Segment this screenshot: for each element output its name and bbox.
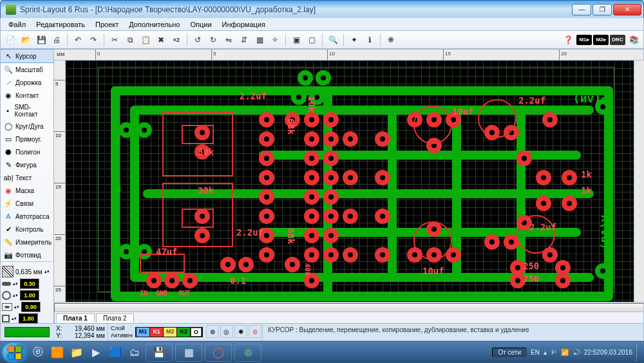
minimize-button[interactable]: — — [572, 4, 591, 15]
tool-photo[interactable]: 📷Фотовид — [1, 248, 53, 261]
close-button[interactable]: ✕ — [613, 4, 641, 15]
group-button[interactable]: ▣ — [289, 33, 303, 47]
tool-wires[interactable]: ⚡Связи — [1, 197, 53, 210]
snap-button[interactable]: ✧ — [268, 33, 282, 47]
tool-smd[interactable]: ▪SMD-Контакт — [1, 102, 53, 120]
tool-poly[interactable]: ⬣Полигон — [1, 145, 53, 158]
tray-clock[interactable]: 22:52 09.03.2016 — [584, 349, 632, 356]
tray-network-icon[interactable]: 📶 — [561, 349, 569, 356]
taskbar-wmp-icon[interactable]: ▶ — [88, 344, 104, 361]
smd-size-value[interactable]: 1.80 — [19, 313, 38, 324]
tool-cursor[interactable]: ↖Курсор — [1, 49, 53, 63]
rotate-cw-button[interactable]: ↻ — [206, 33, 220, 47]
show-desktop-button[interactable] — [636, 344, 641, 362]
tray-net-label[interactable]: От сети — [498, 349, 521, 356]
taskbar-running-save[interactable]: 💾 — [146, 344, 173, 362]
val-arrows[interactable]: ▴▾ — [12, 317, 17, 321]
pad-outer-value[interactable]: 1.00 — [20, 290, 39, 301]
align-button[interactable]: ▦ — [252, 33, 267, 47]
layer-m1[interactable]: M1 — [137, 328, 150, 337]
taskbar-folder-icon[interactable]: 📁 — [68, 344, 85, 361]
val-arrows[interactable]: ▴▾ — [14, 305, 19, 309]
tool-track[interactable]: ⟋Дорожка — [1, 76, 53, 89]
macro-button[interactable]: ❋ — [384, 33, 398, 47]
duplicate-button[interactable]: ×2 — [169, 33, 184, 47]
maximize-button[interactable]: ❐ — [592, 4, 612, 15]
open-button[interactable]: 📂 — [19, 33, 33, 47]
menu-file[interactable]: Файл — [3, 19, 31, 30]
mirror-v-button[interactable]: ⇵ — [237, 33, 251, 47]
taskbar-running-sprint[interactable]: ⊚ — [234, 344, 261, 362]
pcb-canvas[interactable]: (иv)⌐ R(Vu) G я J 2.2uf 2.2uf 2.2uf 2.2u… — [66, 60, 634, 302]
menu-extra[interactable]: Дополнительно — [124, 19, 185, 30]
tool-drc[interactable]: ✔Контроль — [1, 223, 53, 236]
taskbar-running-opera[interactable]: ◯ — [205, 344, 232, 362]
status-btn-cross[interactable]: ⊕ — [206, 325, 219, 338]
track-width-value[interactable]: 0.30 — [20, 279, 39, 289]
layer-o[interactable]: О — [191, 328, 202, 337]
tab-board-2[interactable]: Плата 2 — [96, 313, 134, 322]
undo-button[interactable]: ↶ — [71, 33, 85, 47]
print-button[interactable]: 🖨 — [50, 33, 64, 47]
tool-pad[interactable]: ◉Контакт — [1, 89, 53, 102]
tray-lang[interactable]: EN — [531, 349, 540, 356]
help-button[interactable]: ❓ — [561, 33, 575, 47]
tray-flag-icon[interactable]: 🏳 — [551, 349, 557, 356]
pad-inner-value[interactable]: 0.90 — [21, 302, 41, 312]
grid-arrows[interactable]: ▴▾ — [44, 270, 50, 274]
copy-button[interactable]: ⧉ — [123, 33, 137, 47]
status-btn-cut[interactable]: ✱ — [234, 325, 247, 338]
save-button[interactable]: 💾 — [34, 33, 48, 47]
tool-arc[interactable]: ◯Круг/Дуга — [1, 120, 53, 133]
tray-volume-icon[interactable]: 🔊 — [573, 349, 580, 356]
library-button[interactable]: 📚 — [627, 33, 641, 47]
tool-measure[interactable]: 📏Измеритель — [1, 236, 53, 248]
layer-m2[interactable]: M2 — [164, 328, 177, 337]
grid-icon[interactable] — [2, 266, 14, 277]
status-btn-target[interactable]: ◎ — [220, 325, 233, 338]
redo-button[interactable]: ↷ — [86, 33, 100, 47]
tool-label: Маска — [15, 187, 34, 194]
connections-button[interactable]: ✦ — [347, 33, 361, 47]
ungroup-button[interactable]: ▢ — [305, 33, 319, 47]
scrollbar-horizontal[interactable] — [54, 302, 644, 312]
menu-project[interactable]: Проект — [90, 19, 124, 30]
tool-text[interactable]: ab|Текст — [1, 171, 53, 184]
layer-k2[interactable]: K2 — [177, 328, 190, 337]
zoom-tool-button[interactable]: 🔍 — [326, 33, 340, 47]
taskbar-running-tc[interactable]: ▦ — [175, 344, 202, 362]
badge-m1[interactable]: M1▸ — [576, 35, 592, 45]
status-btn-nojunc[interactable]: ⊘ — [249, 325, 261, 338]
new-button[interactable]: 📄 — [3, 33, 17, 47]
tool-figure[interactable]: ✎Фигура — [1, 158, 53, 171]
taskbar-app3-icon[interactable]: 🗂 — [126, 344, 143, 361]
taskbar-app-icon[interactable]: 🟧 — [49, 344, 66, 361]
badge-m2[interactable]: M2▸ — [593, 35, 609, 45]
scrollbar-vertical[interactable] — [634, 60, 644, 302]
start-button[interactable] — [3, 343, 27, 362]
menu-options[interactable]: Опции — [185, 19, 216, 30]
tool-mask[interactable]: ◉Маска — [1, 184, 53, 197]
val-arrows[interactable]: ▴▾ — [13, 293, 18, 297]
taskbar-ie-icon[interactable]: ⓔ — [30, 344, 46, 361]
layer-k1[interactable]: K1 — [150, 328, 163, 337]
mirror-h-button[interactable]: ⇋ — [222, 33, 236, 47]
info-button[interactable]: ℹ — [363, 33, 377, 47]
badge-drc[interactable]: DRC — [610, 35, 625, 45]
rotate-ccw-button[interactable]: ↺ — [191, 33, 205, 47]
tray-chevron-icon[interactable]: ▴ — [544, 349, 547, 356]
delete-button[interactable]: ✖ — [154, 33, 168, 47]
tool-zoom[interactable]: 🔍Масштаб — [1, 63, 53, 76]
pcb-label: 250 — [523, 274, 539, 283]
cut-button[interactable]: ✂ — [108, 33, 122, 47]
status-bar: X:19,460 мм Y:12,394 мм Слой Активен M1 … — [0, 324, 644, 341]
tool-rect[interactable]: ▭Прямоуг. — [1, 133, 53, 145]
taskbar-app2-icon[interactable]: 🟦 — [107, 344, 124, 361]
tool-auto[interactable]: AАвтотрасса — [1, 210, 53, 223]
val-arrows[interactable]: ▴▾ — [13, 282, 18, 286]
tab-board-1[interactable]: Плата 1 — [56, 313, 95, 322]
menu-edit[interactable]: Редактировать — [31, 19, 90, 30]
menu-info[interactable]: Информация — [217, 19, 270, 30]
paste-button[interactable]: 📋 — [138, 33, 153, 47]
window-buttons: — ❐ ✕ — [572, 4, 641, 15]
